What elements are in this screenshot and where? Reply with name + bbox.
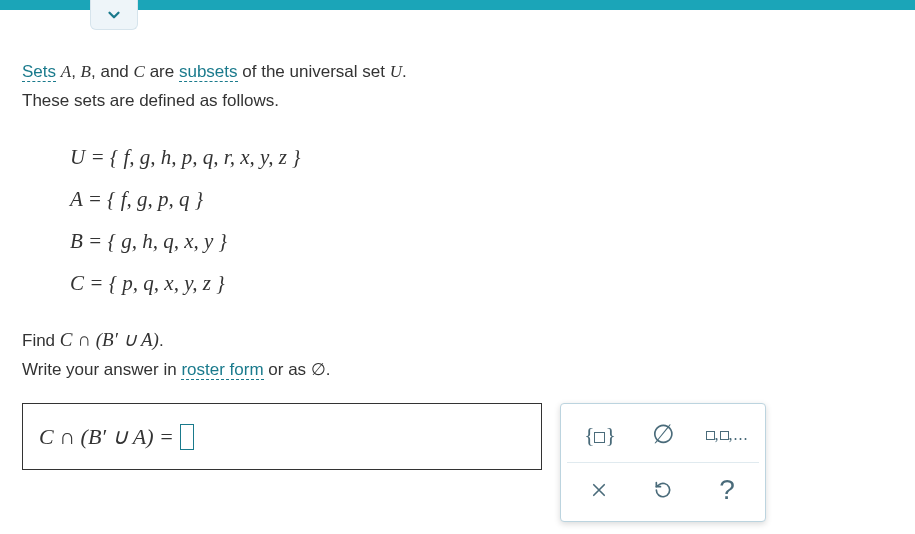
text-and: and [100, 62, 128, 81]
var-B: B [81, 62, 91, 81]
write-line: Write your answer in roster form or as ∅… [22, 356, 893, 385]
text-are: are [150, 62, 175, 81]
def-B: B = { g, h, q, x, y } [70, 220, 893, 262]
set-definitions: U = { f, g, h, p, q, r, x, y, z } A = { … [70, 136, 893, 304]
braces-icon: {} [584, 416, 614, 453]
def-U: U = { f, g, h, p, q, r, x, y, z } [70, 136, 893, 178]
tool-braces-button[interactable]: {} [567, 410, 631, 460]
toolbox: {} ∅ ,,... [560, 403, 766, 522]
empty-set-symbol: ∅ [311, 360, 326, 379]
help-icon: ? [719, 466, 735, 514]
var-U: U [390, 62, 402, 81]
find-expression: C ∩ (B′ ∪ A) [60, 329, 159, 350]
term-sets[interactable]: Sets [22, 62, 56, 82]
tool-help-button[interactable]: ? [695, 465, 759, 515]
tool-clear-button[interactable] [567, 465, 631, 515]
def-C: C = { p, q, x, y, z } [70, 262, 893, 304]
chevron-down-icon [105, 6, 123, 24]
var-C: C [134, 62, 145, 81]
def-A: A = { f, g, p, q } [70, 178, 893, 220]
answer-input[interactable] [180, 424, 194, 450]
answer-lhs: C ∩ (B′ ∪ A) = [39, 418, 174, 455]
answer-row: C ∩ (B′ ∪ A) = {} ∅ ,,... [22, 403, 893, 522]
intro-line-1: Sets A, B, and C are subsets of the univ… [22, 58, 893, 87]
list-icon: ,,... [706, 421, 749, 448]
undo-icon [653, 480, 673, 500]
find-line: Find C ∩ (B′ ∪ A). [22, 324, 893, 356]
tool-list-button[interactable]: ,,... [695, 410, 759, 460]
tool-empty-set-button[interactable]: ∅ [631, 410, 695, 460]
intro-line-2: These sets are defined as follows. [22, 87, 893, 116]
answer-box[interactable]: C ∩ (B′ ∪ A) = [22, 403, 542, 470]
dropdown-tab[interactable] [90, 0, 138, 30]
close-icon [590, 481, 608, 499]
text-of-universal: of the universal set [242, 62, 385, 81]
problem-content: Sets A, B, and C are subsets of the univ… [0, 10, 915, 534]
toolbox-separator [567, 462, 759, 463]
tool-reset-button[interactable] [631, 465, 695, 515]
empty-set-icon: ∅ [652, 413, 675, 457]
term-roster-form[interactable]: roster form [181, 360, 263, 380]
term-subsets[interactable]: subsets [179, 62, 238, 82]
var-A: A [61, 62, 71, 81]
